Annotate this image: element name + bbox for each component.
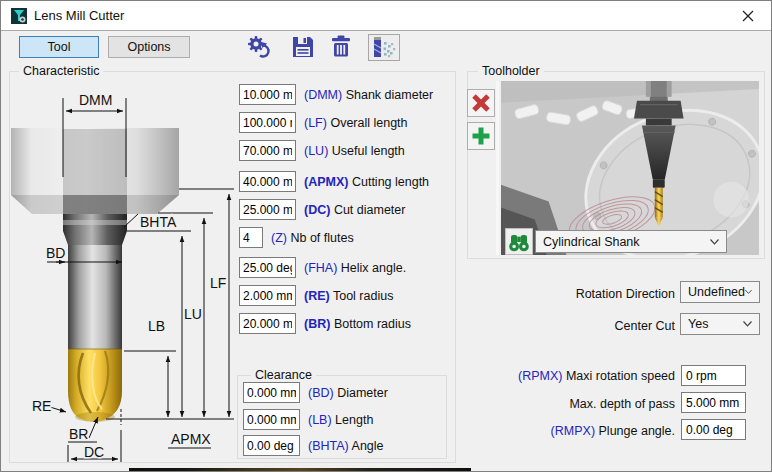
field-useful-length: (LU) Useful length bbox=[239, 140, 405, 161]
toolholder-divider bbox=[496, 81, 499, 255]
clearance-length-input[interactable] bbox=[243, 409, 300, 430]
plunge-angle-label: (RMPX) Plunge angle. bbox=[421, 424, 675, 438]
cut-diameter-input[interactable] bbox=[239, 199, 296, 220]
chevron-down-icon bbox=[743, 321, 752, 327]
max-rotation-input[interactable] bbox=[681, 365, 746, 386]
tool-chip-icon[interactable] bbox=[368, 34, 400, 61]
z-code: (Z) bbox=[271, 231, 287, 245]
bhta-code: (BHTA) bbox=[308, 439, 349, 453]
center-cut-label: Center Cut bbox=[421, 319, 675, 333]
lu-code: (LU) bbox=[304, 144, 328, 158]
remove-toolholder-button[interactable] bbox=[467, 89, 495, 117]
tool-radius-label: Tool radius bbox=[333, 289, 393, 303]
red-cross-icon bbox=[471, 93, 491, 113]
cutting-length-input[interactable] bbox=[239, 171, 296, 192]
field-clearance-length: (LB) Length bbox=[243, 409, 373, 430]
close-button[interactable] bbox=[733, 5, 763, 27]
clearance-angle-input[interactable] bbox=[243, 435, 300, 456]
field-shank-diameter: (DMM) Shank diameter bbox=[239, 84, 433, 105]
clearance-diameter-label: Diameter bbox=[337, 386, 388, 400]
add-toolholder-button[interactable] bbox=[467, 122, 495, 150]
field-cutting-length: (APMX) Cutting length bbox=[239, 171, 429, 192]
tab-options[interactable]: Options bbox=[108, 36, 190, 58]
cut-diameter-label: Cut diameter bbox=[334, 203, 406, 217]
shank-diameter-input[interactable] bbox=[239, 84, 296, 105]
toolholder-group-title: Toolholder bbox=[478, 64, 544, 78]
shank-type-value: Cylindrical Shank bbox=[543, 235, 640, 249]
field-tool-radius: (RE) Tool radius bbox=[239, 285, 393, 306]
toolholder-preview-image bbox=[501, 81, 759, 255]
helix-angle-input[interactable] bbox=[239, 257, 296, 278]
center-cut-dropdown[interactable]: Yes bbox=[680, 313, 760, 335]
rmpx-code: (RMPX) bbox=[551, 424, 595, 438]
field-overall-length: (LF) Overall length bbox=[239, 112, 408, 133]
shank-type-dropdown[interactable]: Cylindrical Shank bbox=[535, 230, 727, 253]
max-depth-label: Max. depth of pass bbox=[421, 397, 675, 411]
overall-length-input[interactable] bbox=[239, 112, 296, 133]
bottom-radius-label: Bottom radius bbox=[334, 317, 411, 331]
chevron-down-icon bbox=[710, 239, 719, 245]
window-title: Lens Mill Cutter bbox=[34, 8, 124, 23]
background-window-strip bbox=[129, 468, 471, 472]
lens-mill-cutter-dialog: Lens Mill Cutter Tool Options bbox=[0, 0, 772, 472]
tool-radius-input[interactable] bbox=[239, 285, 296, 306]
rotation-direction-value: Undefined bbox=[688, 285, 745, 299]
characteristic-group-title: Characteristic bbox=[19, 64, 103, 78]
br-code: (BR) bbox=[304, 317, 330, 331]
chevron-down-icon bbox=[745, 289, 752, 295]
close-icon bbox=[742, 10, 754, 22]
rotation-direction-dropdown[interactable]: Undefined bbox=[680, 281, 760, 303]
rotation-direction-label: Rotation Direction bbox=[421, 287, 675, 301]
max-depth-input[interactable] bbox=[681, 392, 746, 413]
lb-code: (LB) bbox=[308, 413, 332, 427]
tab-tool[interactable]: Tool bbox=[19, 36, 99, 58]
overall-length-label: Overall length bbox=[330, 116, 407, 130]
clearance-group-title: Clearance bbox=[251, 368, 316, 382]
bd-code: (BD) bbox=[308, 386, 334, 400]
gear-reset-icon[interactable] bbox=[244, 33, 272, 61]
field-helix-angle: (FHA) Helix angle. bbox=[239, 257, 406, 278]
clearance-length-label: Length bbox=[335, 413, 373, 427]
bottom-radius-input[interactable] bbox=[239, 313, 296, 334]
max-rotation-label: (RPMX) Maxi rotation speed bbox=[421, 369, 675, 383]
lf-code: (LF) bbox=[304, 116, 327, 130]
app-icon bbox=[11, 8, 27, 24]
field-bottom-radius: (BR) Bottom radius bbox=[239, 313, 411, 334]
shank-diameter-label: Shank diameter bbox=[346, 88, 434, 102]
plunge-angle-input[interactable] bbox=[681, 419, 746, 440]
trash-icon[interactable] bbox=[327, 33, 355, 61]
center-cut-value: Yes bbox=[688, 317, 708, 331]
titlebar: Lens Mill Cutter bbox=[1, 1, 771, 31]
search-toolholder-button[interactable] bbox=[505, 228, 533, 255]
field-clearance-angle: (BHTA) Angle bbox=[243, 435, 384, 456]
field-nb-flutes: (Z) Nb of flutes bbox=[239, 227, 354, 248]
binoculars-icon bbox=[507, 231, 531, 253]
save-icon[interactable] bbox=[289, 33, 317, 61]
fha-code: (FHA) bbox=[304, 261, 337, 275]
nb-flutes-input[interactable] bbox=[239, 227, 263, 248]
clearance-diameter-input[interactable] bbox=[243, 382, 300, 403]
apmx-code: (APMX) bbox=[304, 175, 348, 189]
dc-code: (DC) bbox=[304, 203, 330, 217]
clearance-angle-label: Angle bbox=[352, 439, 384, 453]
useful-length-input[interactable] bbox=[239, 140, 296, 161]
dmm-code: (DMM) bbox=[304, 88, 342, 102]
useful-length-label: Useful length bbox=[332, 144, 405, 158]
green-plus-icon bbox=[471, 126, 491, 146]
nb-flutes-label: Nb of flutes bbox=[290, 231, 353, 245]
helix-angle-label: Helix angle. bbox=[341, 261, 406, 275]
field-clearance-diameter: (BD) Diameter bbox=[243, 382, 388, 403]
field-cut-diameter: (DC) Cut diameter bbox=[239, 199, 405, 220]
re-code: (RE) bbox=[304, 289, 330, 303]
cutting-length-label: Cutting length bbox=[352, 175, 429, 189]
rpmx-code: (RPMX) bbox=[518, 369, 562, 383]
